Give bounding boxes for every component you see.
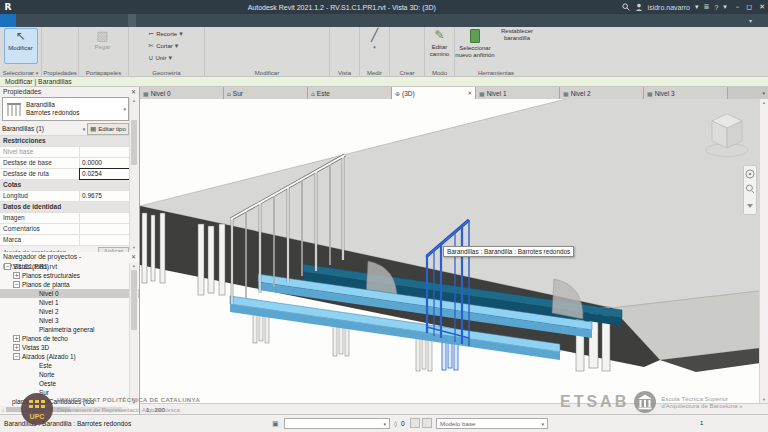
view-tab[interactable]: ▦ Nivel 1	[476, 87, 560, 99]
pegar-button[interactable]: ▧ Pegar	[92, 28, 114, 50]
user-menu-caret-icon[interactable]: ▾	[695, 3, 699, 11]
ribbon-tab[interactable]	[48, 14, 56, 27]
ribbon-tab[interactable]	[40, 14, 48, 27]
view-tab[interactable]: ▦ Nivel 0	[140, 87, 224, 99]
navigation-bar-icons[interactable]	[744, 166, 756, 212]
seleccionar-anfitrion-button[interactable]: Seleccionarnuevo anfitrión	[455, 28, 495, 58]
user-avatar-icon[interactable]	[635, 3, 643, 11]
view-tab[interactable]: ⊕ (3D) ✕	[392, 87, 476, 99]
modify-tool-icon[interactable]	[264, 61, 275, 69]
ribbon-tab[interactable]	[80, 14, 88, 27]
geometry-button[interactable]: ∪Unir▾	[148, 52, 182, 64]
expand-collapse-icon[interactable]: −	[13, 353, 20, 360]
view-tab[interactable]: ⌂ Sur	[224, 87, 308, 99]
ribbon-tab[interactable]	[64, 14, 72, 27]
modify-tool-icon[interactable]	[258, 50, 269, 60]
ribbon-tab[interactable]	[56, 14, 64, 27]
modify-tool-icon[interactable]	[258, 28, 269, 38]
tree-item[interactable]: Este	[0, 361, 139, 370]
view-scale[interactable]: 1 : 200	[146, 406, 165, 413]
view-tool-icon[interactable]	[345, 39, 356, 49]
create-tool-icon[interactable]	[408, 39, 419, 49]
geometry-button[interactable]: ✂Cortar▾	[148, 40, 182, 52]
panel-label-seleccionar[interactable]: Seleccionar ▾	[0, 69, 41, 77]
ribbon-tab[interactable]	[24, 14, 32, 27]
modificar-button[interactable]: ↖ Modificar	[4, 28, 38, 64]
expand-collapse-icon[interactable]: −	[4, 263, 11, 270]
geometry-button[interactable]: ⌐Recorte▾	[148, 28, 182, 40]
canvas-scrollbar[interactable]: ▴ ▾	[759, 99, 768, 403]
tree-item[interactable]: + Planos de techo	[0, 334, 139, 343]
scroll-up-icon[interactable]: ▴	[130, 263, 138, 268]
view-tool-icon[interactable]	[345, 50, 356, 60]
tree-item[interactable]: Planimetría general	[0, 325, 139, 334]
tree-item[interactable]: Nivel 2	[0, 307, 139, 316]
modify-tool-icon[interactable]	[282, 28, 293, 38]
property-row[interactable]: Imagen	[0, 213, 130, 224]
ribbon-tab[interactable]	[0, 14, 16, 27]
ribbon-tab[interactable]	[88, 14, 96, 27]
restore-button[interactable]: ◻	[746, 3, 752, 11]
design-option-dropdown[interactable]: Modelo base▾	[436, 418, 548, 429]
view-tool-icon[interactable]	[333, 39, 344, 49]
drawing-area[interactable]: Barandillas : Barandilla : Barrotes redo…	[140, 99, 768, 403]
modify-tool-icon[interactable]	[252, 61, 263, 69]
minimize-button[interactable]: –	[736, 3, 740, 11]
modify-tool-icon[interactable]	[282, 39, 293, 49]
view-tool-icon[interactable]	[333, 28, 344, 38]
ribbon-tab[interactable]	[120, 14, 128, 27]
expand-collapse-icon[interactable]: −	[13, 281, 20, 288]
view-tool-icon[interactable]	[333, 50, 344, 60]
modify-tool-icon[interactable]	[246, 39, 257, 49]
help-caret-icon[interactable]: ▾	[723, 3, 727, 11]
close-button[interactable]: ✕	[759, 3, 765, 11]
tree-item[interactable]: − Planos de planta	[0, 280, 139, 289]
tree-item[interactable]: + Planos estructurales	[0, 271, 139, 280]
view-tab[interactable]: ⌂ Este	[308, 87, 392, 99]
ribbon-tab[interactable]	[104, 14, 112, 27]
ribbon-tab[interactable]	[72, 14, 80, 27]
tab-options-caret-icon[interactable]: ▾	[746, 14, 755, 27]
tree-item[interactable]: Oeste	[0, 379, 139, 388]
search-icon[interactable]	[622, 3, 630, 11]
tree-item[interactable]: Nivel 3	[0, 316, 139, 325]
expand-collapse-icon[interactable]: +	[13, 344, 20, 351]
scroll-down-icon[interactable]: ▾	[760, 397, 768, 402]
signed-in-user[interactable]: isidro.navarro	[648, 4, 690, 11]
close-view-icon[interactable]: ✕	[467, 90, 472, 96]
property-row[interactable]: Datos de identidad	[0, 202, 130, 213]
properties-scrollbar[interactable]: ▴ ▾	[129, 98, 138, 250]
status-button[interactable]	[422, 418, 432, 428]
create-tool-icon[interactable]	[396, 39, 407, 49]
tree-item[interactable]: + Vistas 3D	[0, 343, 139, 352]
scroll-up-icon[interactable]: ▴	[130, 98, 138, 103]
worksets-dropdown[interactable]: ▾	[284, 418, 390, 429]
modify-tool-icon[interactable]	[270, 39, 281, 49]
view-tool-icon[interactable]	[345, 28, 356, 38]
property-row[interactable]: Nivel base	[0, 147, 130, 158]
view-tab[interactable]: ▦ Nivel 2	[560, 87, 644, 99]
modify-tool-icon[interactable]	[270, 50, 281, 60]
help-icon[interactable]: ?	[714, 4, 718, 11]
property-row[interactable]: Marca	[0, 235, 130, 246]
ribbon-tab[interactable]	[128, 14, 136, 27]
tree-item[interactable]: Norte	[0, 370, 139, 379]
ribbon-tab[interactable]	[112, 14, 120, 27]
tree-item[interactable]: − Alzados (Alzado 1)	[0, 352, 139, 361]
ribbon-tab[interactable]	[32, 14, 40, 27]
modify-tool-icon[interactable]	[282, 50, 293, 60]
filter-count[interactable]: 1	[700, 420, 703, 426]
property-row[interactable]: Desfase de ruta0.0254	[0, 169, 130, 180]
medir-button[interactable]: ╱ ▾	[363, 28, 387, 51]
tree-item[interactable]: Sur	[0, 388, 139, 397]
ribbon-tab[interactable]	[96, 14, 104, 27]
modify-tool-icon[interactable]	[246, 28, 257, 38]
browser-scrollbar[interactable]: ▴ ▾	[129, 263, 138, 405]
tab-overflow-icon[interactable]: ▾	[762, 87, 768, 99]
close-icon[interactable]: ✕	[131, 87, 136, 97]
scroll-down-icon[interactable]: ▾	[130, 245, 138, 250]
create-tool-icon[interactable]	[396, 28, 407, 38]
create-tool-icon[interactable]	[408, 28, 419, 38]
restablecer-barandilla-button[interactable]: Restablecerbarandilla	[497, 28, 537, 41]
modify-tool-icon[interactable]	[276, 61, 287, 69]
